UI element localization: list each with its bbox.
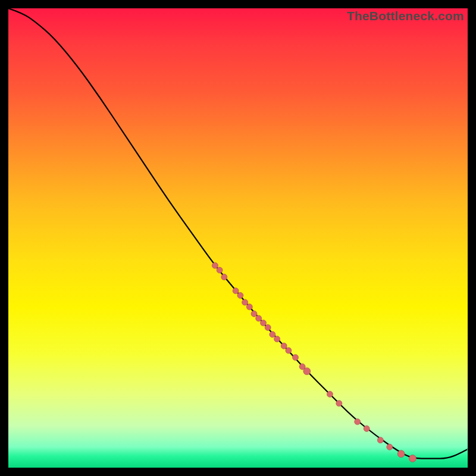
chart-frame: TheBottleneck.com	[0, 0, 476, 476]
data-point	[212, 262, 218, 268]
data-point	[221, 274, 227, 280]
data-point	[274, 336, 280, 342]
data-point	[242, 299, 248, 305]
data-point	[293, 355, 299, 361]
chart-svg	[8, 8, 468, 468]
data-markers	[212, 262, 416, 462]
data-point	[233, 288, 239, 294]
data-point	[336, 400, 342, 406]
data-point	[355, 419, 361, 425]
data-point	[303, 368, 311, 375]
data-point	[237, 293, 243, 299]
data-point	[246, 304, 252, 310]
data-point	[409, 455, 416, 462]
data-point	[286, 347, 292, 353]
data-point	[270, 331, 275, 337]
data-point	[397, 450, 405, 458]
bottleneck-curve	[8, 8, 468, 459]
data-point	[327, 392, 333, 397]
data-point	[217, 267, 223, 273]
data-point	[256, 315, 262, 321]
data-point	[281, 343, 287, 349]
data-point	[377, 437, 383, 443]
data-point	[251, 311, 257, 317]
data-point	[261, 320, 267, 326]
plot-area: TheBottleneck.com	[8, 8, 468, 468]
data-point	[387, 444, 393, 450]
data-point	[364, 425, 369, 431]
data-point	[265, 325, 271, 331]
